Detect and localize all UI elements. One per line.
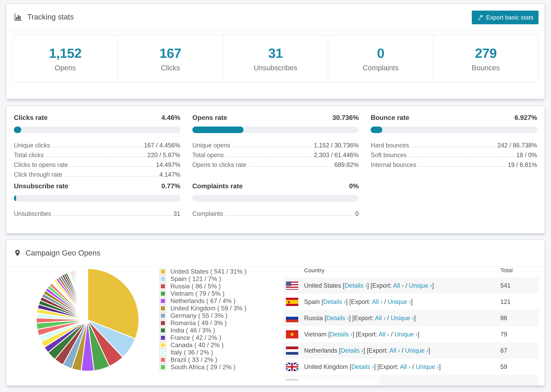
rate-progress-track bbox=[14, 195, 180, 202]
export-all-link[interactable]: All › bbox=[400, 363, 410, 370]
legend-label: United Kingdom ( 59 / 3% ) bbox=[170, 305, 247, 312]
rate-stat-value: 4.147% bbox=[160, 171, 180, 178]
rate-value: 0.77% bbox=[161, 182, 180, 190]
legend-item-united-kingdom: United Kingdom ( 59 / 3% ) bbox=[160, 305, 247, 311]
dotted-leader bbox=[53, 215, 171, 216]
details-link[interactable]: Details › bbox=[351, 363, 374, 370]
tracking-stats-header: Tracking stats Export basic stats bbox=[6, 4, 545, 30]
rate-stat-row: Complaints 0 bbox=[192, 208, 359, 217]
flag-icon-gb bbox=[286, 363, 298, 371]
legend-item-south-africa: South Africa ( 29 / 2% ) bbox=[160, 364, 247, 370]
legend-item-netherlands: Netherlands ( 67 / 4% ) bbox=[160, 298, 247, 304]
rate-stat-label: Complaints bbox=[192, 210, 223, 217]
flag-icon-us bbox=[286, 281, 298, 290]
export-all-link[interactable]: All › bbox=[393, 282, 404, 289]
rate-progress-track bbox=[192, 195, 359, 202]
column-header-country: Country bbox=[304, 267, 325, 274]
legend-item-germany: Germany ( 55 / 3% ) bbox=[160, 313, 247, 319]
stat-cell-bounces: 279 Bounces bbox=[433, 35, 538, 82]
pie-slice-63 bbox=[87, 268, 88, 320]
bar-chart-icon bbox=[14, 13, 23, 21]
legend-label: Canada ( 40 / 2% ) bbox=[170, 342, 224, 349]
export-all-link[interactable]: All › bbox=[372, 298, 382, 305]
rate-stat-label: Total clicks bbox=[14, 152, 44, 159]
export-all-link[interactable]: All › bbox=[389, 347, 400, 354]
rate-stat-value: 689.82% bbox=[334, 161, 359, 168]
export-unique-link[interactable]: Unique › bbox=[388, 298, 411, 305]
flag-icon-de bbox=[286, 379, 298, 386]
rate-stat-label: Unsubscribes bbox=[14, 210, 51, 217]
legend-item-canada: Canada ( 40 / 2% ) bbox=[160, 342, 247, 348]
rate-section-complaints-rate: Complaints rate 0% Complaints 0 bbox=[192, 182, 359, 217]
legend-swatch bbox=[160, 342, 166, 349]
rate-title: Bounce rate bbox=[371, 114, 409, 121]
dotted-leader bbox=[418, 166, 506, 167]
total-cell: 79 bbox=[500, 331, 507, 338]
legend-label: Germany ( 55 / 3% ) bbox=[170, 312, 227, 319]
rate-section-bounce-rate: Bounce rate 6.927% Hard bounces 242 / 86… bbox=[371, 114, 537, 178]
export-unique-link[interactable]: Unique › bbox=[391, 315, 414, 322]
legend-item-italy: Italy ( 36 / 2% ) bbox=[160, 350, 247, 356]
details-link[interactable]: Details › bbox=[345, 282, 367, 289]
rate-title: Opens rate bbox=[192, 114, 227, 121]
legend-label: Romania ( 49 / 3% ) bbox=[170, 320, 227, 327]
rate-title: Clicks rate bbox=[14, 114, 48, 121]
total-cell: 541 bbox=[500, 282, 511, 289]
rate-value: 0% bbox=[349, 182, 359, 190]
geo-pie-legend: United States ( 541 / 31% ) Spain ( 121 … bbox=[160, 268, 247, 371]
export-unique-link[interactable]: Unique › bbox=[395, 331, 418, 338]
legend-swatch bbox=[160, 290, 166, 297]
dotted-leader bbox=[64, 176, 157, 176]
export-all-link[interactable]: All › bbox=[375, 315, 386, 322]
rate-stat-value: 14.497% bbox=[156, 161, 180, 168]
export-unique-link[interactable]: Unique › bbox=[416, 363, 439, 370]
rates-grid: Clicks rate 4.46% Unique clicks 167 / 4.… bbox=[6, 106, 545, 225]
stat-value: 279 bbox=[433, 45, 538, 61]
rate-stat-row: Unique opens 1,152 / 30.736% bbox=[192, 139, 359, 149]
geo-table-row-united-kingdom: United Kingdom [Details ›] [Export: All … bbox=[283, 359, 539, 375]
flag-icon-nl bbox=[286, 347, 298, 355]
rate-stat-row: Soft bounces 18 / 0% bbox=[371, 149, 537, 159]
rate-stat-value: 2,303 / 61.446% bbox=[314, 152, 359, 159]
export-unique-link[interactable]: Unique › bbox=[405, 347, 428, 354]
export-basic-stats-button[interactable]: Export basic stats bbox=[472, 11, 538, 24]
geo-table-row-russia: Russia [Details ›] [Export: All › / Uniq… bbox=[283, 310, 539, 326]
dotted-leader bbox=[411, 147, 495, 147]
export-unique-link[interactable]: Unique › bbox=[409, 282, 432, 289]
dotted-leader bbox=[70, 166, 154, 167]
rate-stat-row: Click through rate 4.147% bbox=[14, 168, 180, 178]
dotted-leader bbox=[52, 147, 142, 147]
legend-item-united-states: United States ( 541 / 31% ) bbox=[160, 268, 247, 275]
details-link[interactable]: Details › bbox=[330, 331, 353, 338]
rate-value: 4.46% bbox=[161, 114, 180, 121]
legend-label: United States ( 541 / 31% ) bbox=[170, 268, 247, 275]
legend-swatch bbox=[160, 312, 166, 319]
legend-label: Spain ( 121 / 7% ) bbox=[170, 275, 221, 283]
legend-label: Russia ( 86 / 5% ) bbox=[170, 283, 221, 290]
total-cell: 86 bbox=[500, 315, 507, 322]
dotted-leader bbox=[409, 156, 514, 157]
geo-table-row bbox=[283, 375, 539, 386]
legend-item-russia: Russia ( 86 / 5% ) bbox=[160, 283, 247, 289]
dotted-leader bbox=[248, 166, 332, 167]
details-link[interactable]: Details › bbox=[326, 315, 349, 322]
legend-swatch bbox=[160, 305, 166, 312]
total-cell: 59 bbox=[500, 363, 507, 371]
legend-item-spain: Spain ( 121 / 7% ) bbox=[160, 276, 247, 282]
geo-table-row-vietnam: Vietnam [Details ›] [Export: All › / Uni… bbox=[283, 326, 539, 343]
rate-section-clicks-rate: Clicks rate 4.46% Unique clicks 167 / 4.… bbox=[14, 114, 180, 178]
details-link[interactable]: Details › bbox=[323, 298, 346, 305]
legend-swatch bbox=[160, 275, 166, 282]
legend-label: Brazil ( 33 / 2% ) bbox=[170, 356, 217, 364]
legend-item-france: France ( 42 / 2% ) bbox=[160, 335, 247, 341]
rate-stat-label: Unique clicks bbox=[14, 142, 50, 149]
legend-swatch bbox=[160, 327, 166, 334]
legend-item-vietnam: Vietnam ( 79 / 5% ) bbox=[160, 291, 247, 297]
details-link[interactable]: Details › bbox=[341, 347, 363, 354]
legend-label: South Africa ( 29 / 2% ) bbox=[170, 364, 235, 371]
export-icon bbox=[477, 14, 483, 21]
legend-label: Vietnam ( 79 / 5% ) bbox=[170, 290, 225, 297]
stat-label: Opens bbox=[13, 64, 118, 72]
export-all-link[interactable]: All › bbox=[379, 331, 389, 338]
dotted-leader bbox=[46, 156, 145, 157]
